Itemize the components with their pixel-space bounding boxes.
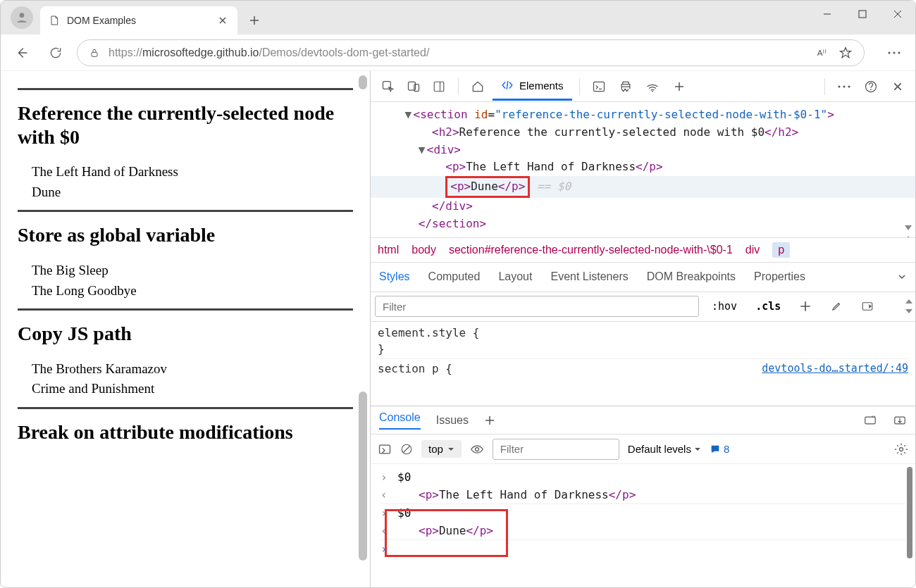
main-area: Reference the currently-selected node wi… — [1, 71, 915, 588]
tab-title: DOM Examples — [67, 15, 209, 26]
page-pane: Reference the currently-selected node wi… — [1, 71, 371, 588]
inspect-icon[interactable] — [376, 75, 400, 99]
svg-point-13 — [652, 90, 653, 92]
console-filter-input[interactable] — [493, 439, 619, 460]
clear-console-icon[interactable] — [400, 443, 413, 456]
new-style-button[interactable] — [793, 297, 817, 315]
breadcrumb-item[interactable]: section#reference-the-currently-selected… — [449, 244, 733, 256]
styles-filter-input[interactable] — [375, 296, 699, 317]
context-selector[interactable]: top — [421, 440, 462, 458]
section-heading: Reference the currently-selected node wi… — [18, 101, 353, 149]
sources-tab-icon[interactable] — [614, 75, 638, 99]
titlebar: DOM Examples — [1, 1, 915, 35]
elements-tab[interactable]: Elements — [493, 73, 572, 101]
welcome-tab-icon[interactable] — [466, 75, 490, 99]
layout-tab[interactable]: Layout — [498, 270, 532, 283]
close-button[interactable] — [880, 1, 915, 27]
tab-close-button[interactable] — [216, 14, 229, 27]
console-toolbar: top Default levels 8 — [371, 434, 915, 464]
breadcrumb-item[interactable]: div — [745, 244, 760, 256]
minimize-button[interactable] — [810, 1, 845, 27]
list-item: The Left Hand of Darkness — [32, 163, 353, 182]
dock-icon[interactable] — [427, 75, 451, 99]
console-settings-icon[interactable] — [894, 442, 908, 456]
log-levels-selector[interactable]: Default levels — [628, 443, 701, 455]
devtools-close-button[interactable] — [886, 75, 910, 99]
dom-breadcrumb: html body section#reference-the-currentl… — [371, 237, 915, 263]
svg-rect-12 — [593, 82, 604, 91]
svg-point-15 — [843, 85, 846, 87]
elements-icon — [501, 79, 514, 92]
svg-rect-22 — [380, 445, 390, 453]
toggle-pane-icon[interactable] — [855, 297, 879, 315]
console-body[interactable]: ›$0 ‹<p>The Left Hand of Darkness</p> ›$… — [371, 464, 915, 588]
styles-toolbar: :hov .cls — [371, 292, 915, 322]
section-heading: Break on attribute modifications — [18, 420, 353, 444]
breadcrumb-item[interactable]: p — [772, 242, 790, 258]
console-tab-icon[interactable] — [587, 75, 611, 99]
svg-rect-1 — [859, 11, 866, 18]
svg-text:A⁾⁾: A⁾⁾ — [817, 48, 827, 57]
window-controls — [810, 1, 915, 27]
favorite-icon[interactable] — [838, 46, 853, 60]
page-scrollbar[interactable] — [359, 71, 369, 588]
dombreakpoints-tab[interactable]: DOM Breakpoints — [647, 270, 736, 283]
read-aloud-icon[interactable]: A⁾⁾ — [816, 46, 830, 60]
menu-button[interactable] — [881, 40, 907, 65]
styles-more-icon[interactable] — [897, 272, 907, 282]
svg-rect-20 — [865, 417, 875, 424]
svg-point-4 — [889, 51, 891, 54]
console-tab[interactable]: Console — [379, 411, 421, 430]
source-link[interactable]: devtools-do…started/:49 — [762, 362, 908, 375]
help-icon[interactable] — [859, 75, 883, 99]
page-content[interactable]: Reference the currently-selected node wi… — [1, 71, 370, 588]
device-icon[interactable] — [402, 75, 426, 99]
add-drawer-tab-button[interactable] — [484, 415, 495, 426]
style-rule: element.style { — [378, 326, 908, 339]
brush-icon[interactable] — [824, 297, 848, 315]
svg-point-18 — [870, 89, 872, 90]
drawer-dock-icon[interactable] — [893, 415, 907, 426]
profile-icon[interactable] — [11, 6, 33, 29]
eventlisteners-tab[interactable]: Event Listeners — [550, 270, 628, 283]
section-heading: Copy JS path — [18, 322, 353, 346]
computed-tab[interactable]: Computed — [428, 270, 481, 283]
svg-point-5 — [893, 51, 896, 54]
styles-body[interactable]: element.style { } section p { devtools-d… — [371, 322, 915, 382]
selected-dom-node[interactable]: <p>Dune</p> == $0 — [371, 176, 915, 198]
list-item: Dune — [32, 183, 353, 202]
devtools-panel: Elements ••• ▼<section id="reference-the… — [371, 71, 915, 588]
style-brace: } — [378, 342, 908, 356]
breadcrumb-item[interactable]: html — [378, 244, 399, 256]
breadcrumb-item[interactable]: body — [411, 244, 436, 256]
new-tab-button[interactable] — [242, 8, 267, 33]
list-item: The Brothers Karamazov — [32, 360, 353, 379]
address-bar: https://microsoftedge.github.io/Demos/de… — [1, 35, 915, 71]
svg-rect-10 — [434, 82, 444, 92]
console-sidebar-icon[interactable] — [378, 443, 392, 456]
live-expression-icon[interactable] — [470, 444, 484, 455]
cls-button[interactable]: .cls — [750, 297, 786, 315]
network-tab-icon[interactable] — [640, 75, 664, 99]
properties-tab[interactable]: Properties — [754, 270, 805, 283]
dom-tree[interactable]: ••• ▼<section id="reference-the-currentl… — [371, 102, 915, 237]
more-tabs-button[interactable] — [667, 75, 691, 99]
refresh-button[interactable] — [43, 40, 68, 65]
drawer-expand-icon[interactable] — [863, 415, 877, 426]
console-scrollbar[interactable] — [905, 467, 914, 586]
list-item: The Big Sleep — [32, 261, 353, 280]
section-heading: Store as global variable — [18, 223, 353, 247]
message-count[interactable]: 8 — [710, 443, 729, 455]
maximize-button[interactable] — [845, 1, 880, 27]
settings-ellipsis-icon[interactable] — [832, 75, 856, 99]
url-field[interactable]: https://microsoftedge.github.io/Demos/de… — [77, 39, 865, 66]
styles-tabbar: Styles Computed Layout Event Listeners D… — [371, 263, 915, 292]
dom-pane: ••• ▼<section id="reference-the-currentl… — [371, 102, 915, 406]
hov-button[interactable]: :hov — [706, 297, 743, 315]
console-input-text: $0 — [397, 470, 411, 484]
back-button[interactable] — [9, 40, 35, 65]
list-item: The Long Goodbye — [32, 282, 353, 301]
styles-tab[interactable]: Styles — [379, 270, 410, 283]
issues-tab[interactable]: Issues — [436, 414, 469, 427]
browser-tab[interactable]: DOM Examples — [40, 6, 237, 35]
